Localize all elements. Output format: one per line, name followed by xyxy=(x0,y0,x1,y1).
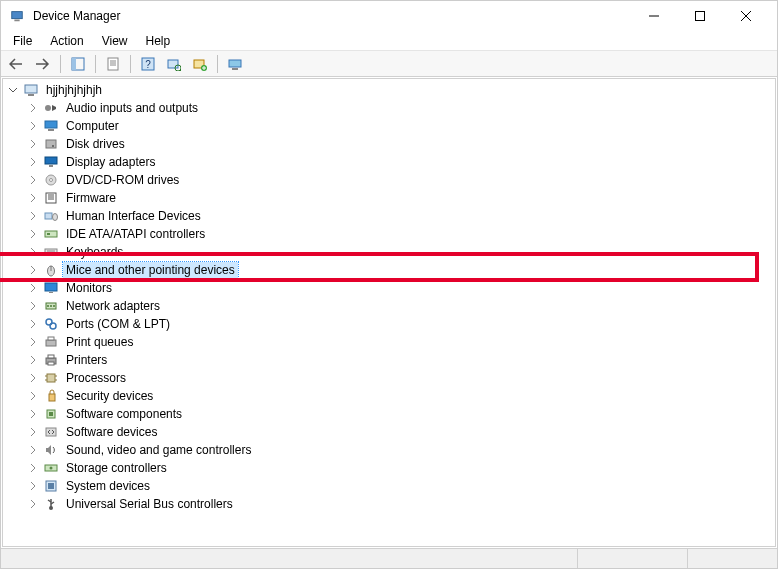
svg-rect-28 xyxy=(46,140,56,148)
tree-root-row[interactable]: hjjhjhjhjhjh xyxy=(3,81,775,99)
tree-item-security[interactable]: Security devices xyxy=(3,387,775,405)
tree-item-monitor[interactable]: Monitors xyxy=(3,279,775,297)
chevron-right-icon[interactable] xyxy=(25,190,41,206)
chevron-right-icon[interactable] xyxy=(25,172,41,188)
chevron-right-icon[interactable] xyxy=(25,298,41,314)
tree-item-label: IDE ATA/ATAPI controllers xyxy=(63,226,208,242)
svg-point-70 xyxy=(50,467,53,470)
tree-item-usb[interactable]: Universal Serial Bus controllers xyxy=(3,495,775,513)
svg-rect-60 xyxy=(47,374,55,382)
svg-rect-30 xyxy=(45,157,57,164)
tree-item-label: Print queues xyxy=(63,334,136,350)
svg-rect-8 xyxy=(108,58,118,70)
tree-item-softcomp[interactable]: Software components xyxy=(3,405,775,423)
svg-rect-7 xyxy=(72,58,76,70)
toolbar-separator xyxy=(60,55,61,73)
devices-by-container-button[interactable] xyxy=(223,53,247,75)
tree-item-label: DVD/CD-ROM drives xyxy=(63,172,182,188)
chevron-right-icon[interactable] xyxy=(25,316,41,332)
chevron-right-icon[interactable] xyxy=(25,244,41,260)
chevron-right-icon[interactable] xyxy=(25,406,41,422)
tree-item-softdev[interactable]: Software devices xyxy=(3,423,775,441)
system-icon xyxy=(43,478,59,494)
tree-item-label: Human Interface Devices xyxy=(63,208,204,224)
chevron-right-icon[interactable] xyxy=(25,370,41,386)
tree-item-label: Universal Serial Bus controllers xyxy=(63,496,236,512)
help-button[interactable]: ? xyxy=(136,53,160,75)
device-tree[interactable]: hjjhjhjhjhjh Audio inputs and outputsCom… xyxy=(2,78,776,547)
tree-item-disk[interactable]: Disk drives xyxy=(3,135,775,153)
svg-rect-21 xyxy=(229,60,241,67)
chevron-right-icon[interactable] xyxy=(25,424,41,440)
chevron-right-icon[interactable] xyxy=(25,100,41,116)
tree-item-display[interactable]: Display adapters xyxy=(3,153,775,171)
chevron-right-icon[interactable] xyxy=(25,388,41,404)
chevron-right-icon[interactable] xyxy=(25,496,41,512)
chevron-right-icon[interactable] xyxy=(25,460,41,476)
show-hide-tree-button[interactable] xyxy=(66,53,90,75)
sound-icon xyxy=(43,442,59,458)
softdev-icon xyxy=(43,424,59,440)
chevron-right-icon[interactable] xyxy=(25,226,41,242)
scan-hardware-button[interactable] xyxy=(162,53,186,75)
tree-item-firmware[interactable]: Firmware xyxy=(3,189,775,207)
tree-item-storage[interactable]: Storage controllers xyxy=(3,459,775,477)
svg-rect-23 xyxy=(25,85,37,93)
audio-icon xyxy=(43,100,59,116)
network-icon xyxy=(43,298,59,314)
tree-item-printq[interactable]: Print queues xyxy=(3,333,775,351)
tree-item-network[interactable]: Network adapters xyxy=(3,297,775,315)
svg-rect-56 xyxy=(48,337,54,340)
tree-item-printer[interactable]: Printers xyxy=(3,351,775,369)
chevron-right-icon[interactable] xyxy=(25,442,41,458)
tree-item-label: Display adapters xyxy=(63,154,158,170)
menu-view[interactable]: View xyxy=(94,32,136,50)
chevron-right-icon[interactable] xyxy=(25,334,41,350)
chevron-right-icon[interactable] xyxy=(25,136,41,152)
menu-action[interactable]: Action xyxy=(42,32,91,50)
chevron-right-icon[interactable] xyxy=(25,262,41,278)
tree-item-ide[interactable]: IDE ATA/ATAPI controllers xyxy=(3,225,775,243)
tree-item-audio[interactable]: Audio inputs and outputs xyxy=(3,99,775,117)
close-button[interactable] xyxy=(723,1,769,31)
chevron-right-icon[interactable] xyxy=(25,352,41,368)
svg-rect-3 xyxy=(696,12,705,21)
disk-icon xyxy=(43,136,59,152)
svg-point-39 xyxy=(53,214,58,221)
menu-file[interactable]: File xyxy=(5,32,40,50)
toolbar: ? xyxy=(1,51,777,77)
tree-item-dvd[interactable]: DVD/CD-ROM drives xyxy=(3,171,775,189)
chevron-right-icon[interactable] xyxy=(25,154,41,170)
chevron-right-icon[interactable] xyxy=(25,118,41,134)
tree-item-label: Audio inputs and outputs xyxy=(63,100,201,116)
svg-rect-14 xyxy=(168,60,178,68)
properties-button[interactable] xyxy=(101,53,125,75)
minimize-button[interactable] xyxy=(631,1,677,31)
tree-item-processor[interactable]: Processors xyxy=(3,369,775,387)
svg-rect-31 xyxy=(49,165,53,167)
chevron-down-icon[interactable] xyxy=(5,82,21,98)
svg-point-29 xyxy=(52,145,54,147)
svg-rect-58 xyxy=(48,355,54,358)
tree-item-port[interactable]: Ports (COM & LPT) xyxy=(3,315,775,333)
maximize-button[interactable] xyxy=(677,1,723,31)
forward-button[interactable] xyxy=(31,53,55,75)
tree-item-keyboard[interactable]: Keyboards xyxy=(3,243,775,261)
add-device-button[interactable] xyxy=(188,53,212,75)
port-icon xyxy=(43,316,59,332)
chevron-right-icon[interactable] xyxy=(25,280,41,296)
tree-root-label: hjjhjhjhjhjh xyxy=(43,82,105,98)
tree-item-system[interactable]: System devices xyxy=(3,477,775,495)
ide-icon xyxy=(43,226,59,242)
tree-item-label: Sound, video and game controllers xyxy=(63,442,254,458)
tree-item-mouse[interactable]: Mice and other pointing devices xyxy=(3,261,775,279)
dvd-icon xyxy=(43,172,59,188)
tree-item-computer[interactable]: Computer xyxy=(3,117,775,135)
back-button[interactable] xyxy=(5,53,29,75)
chevron-right-icon[interactable] xyxy=(25,478,41,494)
chevron-right-icon[interactable] xyxy=(25,208,41,224)
menu-help[interactable]: Help xyxy=(138,32,179,50)
tree-item-sound[interactable]: Sound, video and game controllers xyxy=(3,441,775,459)
tree-item-hid[interactable]: Human Interface Devices xyxy=(3,207,775,225)
security-icon xyxy=(43,388,59,404)
